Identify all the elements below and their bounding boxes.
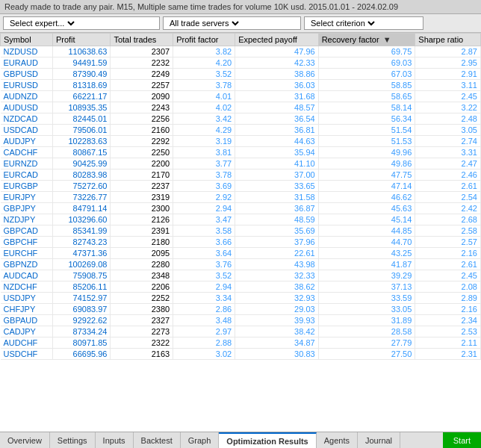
table-row[interactable]: AUDCAD75908.7523483.5232.3339.292.45: [1, 270, 481, 281]
cell-symbol[interactable]: GBPCAD: [1, 225, 53, 237]
cell-symbol[interactable]: EURGBP: [1, 181, 53, 192]
expert-dropdown[interactable]: Select expert...: [3, 16, 160, 30]
cell-profit[interactable]: 108935.35: [52, 102, 111, 113]
cell-symbol[interactable]: NZDUSD: [1, 46, 53, 57]
cell-symbol[interactable]: AUDNZD: [1, 91, 53, 102]
cell-symbol[interactable]: EURUSD: [1, 80, 53, 91]
cell-profit[interactable]: 100269.08: [52, 259, 111, 270]
table-row[interactable]: EURAUD94491.5922324.2042.3369.032.95: [1, 57, 481, 69]
column-header-sharpe_ratio[interactable]: Sharpe ratio: [415, 34, 481, 46]
tab-backtest[interactable]: Backtest: [134, 432, 181, 448]
cell-profit[interactable]: 69083.97: [52, 304, 111, 315]
cell-symbol[interactable]: CADCHF: [1, 147, 53, 158]
cell-symbol[interactable]: AUDCHF: [1, 337, 53, 349]
cell-profit[interactable]: 80971.85: [52, 337, 111, 349]
servers-select[interactable]: All trade servers: [167, 18, 241, 28]
cell-profit[interactable]: 110638.63: [52, 46, 111, 57]
cell-symbol[interactable]: EURCAD: [1, 169, 53, 181]
cell-profit[interactable]: 103296.60: [52, 214, 111, 225]
cell-symbol[interactable]: GBPCHF: [1, 237, 53, 248]
cell-symbol[interactable]: USDCHF: [1, 349, 53, 360]
cell-profit[interactable]: 87390.49: [52, 69, 111, 80]
cell-profit[interactable]: 87334.24: [52, 326, 111, 337]
table-row[interactable]: USDJPY74152.9722523.3432.9333.592.89: [1, 293, 481, 304]
table-row[interactable]: EURUSD81318.6922573.7836.0358.853.11: [1, 80, 481, 91]
cell-symbol[interactable]: GBPUSD: [1, 69, 53, 80]
table-row[interactable]: NZDCHF85206.1122062.9438.6237.132.08: [1, 281, 481, 293]
cell-symbol[interactable]: NZDJPY: [1, 214, 53, 225]
start-button[interactable]: Start: [443, 432, 481, 448]
cell-profit[interactable]: 81318.69: [52, 80, 111, 91]
table-row[interactable]: AUDNZD66221.1720904.0131.6858.652.45: [1, 91, 481, 102]
column-header-profit[interactable]: Profit: [52, 34, 111, 46]
table-row[interactable]: NZDUSD110638.6323073.8247.9669.752.87: [1, 46, 481, 57]
table-row[interactable]: GBPJPY84791.1423002.9436.8745.632.42: [1, 203, 481, 214]
table-row[interactable]: EURCHF47371.3620953.6422.6143.252.16: [1, 248, 481, 259]
cell-profit[interactable]: 102283.63: [52, 136, 111, 147]
cell-profit[interactable]: 74152.97: [52, 293, 111, 304]
tab-agents[interactable]: Agents: [317, 432, 358, 448]
cell-profit[interactable]: 85341.99: [52, 225, 111, 237]
table-row[interactable]: EURJPY73226.7723192.9231.5846.622.54: [1, 192, 481, 203]
column-header-symbol[interactable]: Symbol: [1, 34, 53, 46]
cell-profit[interactable]: 85206.11: [52, 281, 111, 293]
servers-dropdown[interactable]: All trade servers: [163, 16, 301, 30]
cell-profit[interactable]: 90425.99: [52, 158, 111, 169]
table-row[interactable]: AUDJPY102283.6322923.1944.6351.532.74: [1, 136, 481, 147]
cell-symbol[interactable]: EURAUD: [1, 57, 53, 69]
table-row[interactable]: CADCHF80867.1522503.8135.9449.963.31: [1, 147, 481, 158]
expert-select[interactable]: Select expert...: [7, 18, 77, 28]
table-row[interactable]: NZDCAD82445.0122563.4236.5456.342.48: [1, 113, 481, 125]
tab-settings[interactable]: Settings: [50, 432, 96, 448]
cell-symbol[interactable]: AUDUSD: [1, 102, 53, 113]
cell-symbol[interactable]: AUDCAD: [1, 270, 53, 281]
cell-symbol[interactable]: EURJPY: [1, 192, 53, 203]
cell-symbol[interactable]: NZDCAD: [1, 113, 53, 125]
cell-symbol[interactable]: CHFJPY: [1, 304, 53, 315]
table-row[interactable]: CADJPY87334.2422732.9738.4228.582.53: [1, 326, 481, 337]
criterion-dropdown[interactable]: Select criterion: [304, 16, 423, 30]
cell-symbol[interactable]: EURNZD: [1, 158, 53, 169]
table-row[interactable]: USDCHF66695.9621633.0230.8327.502.31: [1, 349, 481, 360]
cell-profit[interactable]: 84791.14: [52, 203, 111, 214]
tab-inputs[interactable]: Inputs: [96, 432, 134, 448]
tab-optimization-results[interactable]: Optimization Results: [219, 432, 316, 448]
cell-symbol[interactable]: CADJPY: [1, 326, 53, 337]
table-row[interactable]: EURNZD90425.9922003.7741.1049.862.47: [1, 158, 481, 169]
tab-overview[interactable]: Overview: [0, 432, 50, 448]
cell-symbol[interactable]: GBPNZD: [1, 259, 53, 270]
cell-profit[interactable]: 79506.01: [52, 125, 111, 136]
table-row[interactable]: GBPNZD100269.0822803.7643.9841.872.61: [1, 259, 481, 270]
column-header-recovery_factor[interactable]: Recovery factor ▼: [318, 34, 415, 46]
cell-profit[interactable]: 47371.36: [52, 248, 111, 259]
cell-profit[interactable]: 94491.59: [52, 57, 111, 69]
cell-profit[interactable]: 92922.62: [52, 315, 111, 326]
table-row[interactable]: EURGBP75272.6022373.6933.6547.142.61: [1, 181, 481, 192]
cell-profit[interactable]: 80283.98: [52, 169, 111, 181]
column-header-expected_payoff[interactable]: Expected payoff: [235, 34, 318, 46]
table-row[interactable]: AUDUSD108935.3522434.0248.5758.143.22: [1, 102, 481, 113]
table-row[interactable]: GBPAUD92922.6223273.4839.9331.892.34: [1, 315, 481, 326]
cell-symbol[interactable]: USDJPY: [1, 293, 53, 304]
cell-symbol[interactable]: GBPJPY: [1, 203, 53, 214]
cell-profit[interactable]: 82743.23: [52, 237, 111, 248]
table-row[interactable]: USDCAD79506.0121604.2936.8151.543.05: [1, 125, 481, 136]
cell-symbol[interactable]: AUDJPY: [1, 136, 53, 147]
cell-symbol[interactable]: EURCHF: [1, 248, 53, 259]
column-header-profit_factor[interactable]: Profit factor: [173, 34, 235, 46]
tab-graph[interactable]: Graph: [181, 432, 220, 448]
cell-symbol[interactable]: USDCAD: [1, 125, 53, 136]
cell-profit[interactable]: 66221.17: [52, 91, 111, 102]
cell-profit[interactable]: 75272.60: [52, 181, 111, 192]
tab-journal[interactable]: Journal: [358, 432, 400, 448]
table-row[interactable]: EURCAD80283.9821703.7837.0047.752.46: [1, 169, 481, 181]
cell-profit[interactable]: 73226.77: [52, 192, 111, 203]
table-row[interactable]: GBPUSD87390.4922493.5238.8667.032.91: [1, 69, 481, 80]
column-header-total_trades[interactable]: Total trades: [111, 34, 173, 46]
cell-symbol[interactable]: NZDCHF: [1, 281, 53, 293]
cell-profit[interactable]: 66695.96: [52, 349, 111, 360]
cell-profit[interactable]: 80867.15: [52, 147, 111, 158]
criterion-select[interactable]: Select criterion: [308, 18, 377, 28]
table-row[interactable]: GBPCAD85341.9923913.5835.6944.852.58: [1, 225, 481, 237]
cell-profit[interactable]: 75908.75: [52, 270, 111, 281]
